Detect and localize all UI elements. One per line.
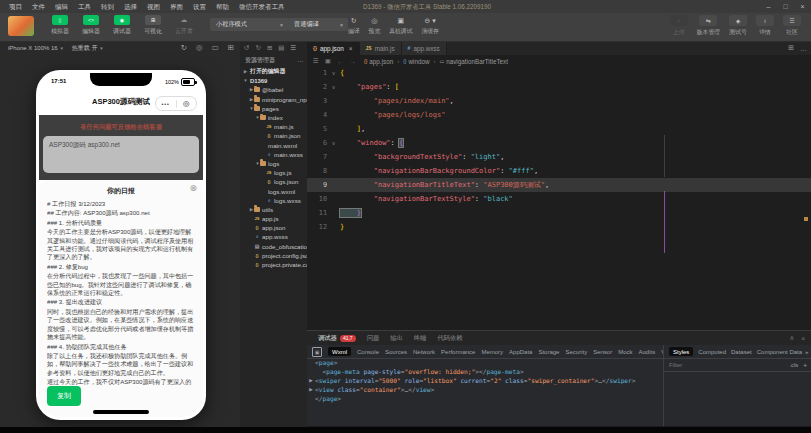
screenshot-icon[interactable]: ◎ — [196, 41, 203, 55]
menu-icon[interactable]: ☰ — [291, 42, 297, 54]
arrow-right-icon[interactable]: → — [349, 58, 356, 65]
action-详情[interactable]: i详情 — [756, 15, 774, 37]
styles-tab-Dataset[interactable]: Dataset — [731, 349, 752, 355]
git-branch-icon[interactable]: ⊞ — [267, 42, 272, 54]
menu-item-2[interactable]: 编辑 — [50, 0, 73, 13]
more-dots-icon[interactable]: ••• — [156, 101, 176, 107]
more-tabs-icon[interactable]: » — [805, 349, 808, 355]
menu-item-0[interactable]: 项目 — [4, 0, 27, 13]
outline-icon[interactable]: ☰ — [313, 57, 319, 65]
user-avatar[interactable] — [8, 16, 34, 36]
devtools-tab-Mock[interactable]: Mock — [618, 349, 632, 355]
action-清缓存[interactable]: ⊖ ▾清缓存 — [421, 16, 438, 36]
tab-main.js[interactable]: JSmain.js — [360, 41, 402, 55]
more-actions-icon[interactable]: ⋯ — [297, 57, 303, 64]
toggle-模拟器[interactable]: ▯模拟器 — [48, 15, 72, 36]
action-社区[interactable]: ☰社区 — [783, 15, 801, 37]
devtools-tab-Storage[interactable]: Storage — [538, 349, 559, 355]
toggle-编辑器[interactable]: <>编辑器 — [79, 15, 103, 36]
multi-window-icon[interactable]: ⊞ — [228, 41, 234, 55]
menu-item-5[interactable]: 选择 — [119, 0, 142, 13]
devtools-tab-Audits[interactable]: Audits — [639, 349, 656, 355]
refresh-icon[interactable]: ↻ — [181, 41, 187, 55]
menu-item-4[interactable]: 转到 — [96, 0, 119, 13]
tree-item-app.wxss[interactable]: #app.wxss — [240, 232, 307, 241]
crumb-navigationBarTitleText[interactable]: ▭navigationBarTitleText — [439, 58, 507, 65]
mode-select[interactable]: 小程序模式 ▼ — [210, 18, 288, 31]
crumb-app.json[interactable]: {}app.json› — [364, 58, 403, 65]
tree-item-project.private.config.js…[interactable]: {}project.private.config.js… — [240, 260, 307, 269]
panel-tab-问题[interactable]: 问题 — [367, 334, 380, 343]
tab-app.json[interactable]: {}app.json× — [307, 41, 360, 55]
tree-item-utils[interactable]: ▶utils — [240, 205, 307, 214]
inspect-element-icon[interactable]: ▣ — [312, 347, 322, 357]
panel-tab-终端[interactable]: 终端 — [414, 334, 427, 343]
hot-reload-select[interactable]: 热重载 开 ▼ — [72, 44, 104, 53]
styles-tab-Component Data[interactable]: Component Data — [757, 349, 802, 355]
new-rule-icon[interactable]: + — [803, 362, 807, 369]
tree-item-logs.js[interactable]: JSlogs.js — [240, 168, 307, 177]
menu-item-10[interactable]: 微信开发者工具 — [234, 0, 290, 13]
code-area[interactable]: 1∨{2∨ "pages": [3 "pages/index/main",4 "… — [307, 66, 811, 234]
devtools-tab-Performance[interactable]: Performance — [441, 349, 475, 355]
menu-item-8[interactable]: 设置 — [188, 0, 211, 13]
menu-item-7[interactable]: 界面 — [165, 0, 188, 13]
toggle-云开发[interactable]: ☁云开发 — [172, 15, 196, 36]
menu-item-3[interactable]: 工具 — [73, 0, 96, 13]
tree-item-app.json[interactable]: {}app.json — [240, 223, 307, 232]
chevron-up-icon[interactable]: ∧ — [789, 334, 794, 342]
tab-app.wxss[interactable]: #app.wxss — [402, 41, 447, 55]
wxml-line-3[interactable]: ▶<swiper interval="5000" role="listbox" … — [307, 376, 663, 385]
more-actions-icon[interactable]: … — [800, 45, 807, 52]
cls-toggle[interactable]: .cls — [790, 362, 799, 368]
action-预览[interactable]: ◎预览 — [369, 16, 381, 36]
devtools-tab-Wxml[interactable]: Wxml — [328, 347, 351, 356]
wxml-line-2[interactable]: <page-meta page-style="overflow: hidden;… — [307, 367, 663, 376]
close-button[interactable]: × — [794, 0, 811, 13]
arrow-left-icon[interactable]: ← — [337, 58, 344, 65]
expand-arrow-icon[interactable]: ▶ — [307, 387, 315, 392]
exit-target-icon[interactable]: ◎ — [177, 97, 197, 110]
crumb-window[interactable]: {}window› — [403, 58, 439, 65]
tree-item-logs.json[interactable]: {}logs.json — [240, 177, 307, 186]
panel-tab-代码依赖[interactable]: 代码依赖 — [437, 334, 462, 343]
styles-tab-Styles[interactable]: Styles — [669, 347, 693, 356]
tree-item-打开的编辑器[interactable]: ▶打开的编辑器 — [240, 67, 307, 76]
toggle-可视化[interactable]: ⊞可视化 — [141, 15, 165, 36]
toggle-调试器[interactable]: ◉调试器 — [110, 15, 134, 36]
close-icon[interactable]: × — [801, 335, 805, 342]
action-测试号[interactable]: ◈测试号 — [729, 15, 747, 37]
devtools-tab-Network[interactable]: Network — [413, 349, 435, 355]
menu-item-6[interactable]: 视图 — [142, 0, 165, 13]
action-真机调试[interactable]: ▣真机调试 — [389, 16, 412, 36]
devtools-tab-AppData[interactable]: AppData — [509, 349, 532, 355]
close-icon[interactable]: ⊗ — [189, 183, 197, 193]
styles-tab-Computed[interactable]: Computed — [698, 349, 726, 355]
minimize-button[interactable]: – — [760, 0, 777, 13]
wxml-line-4[interactable]: ▶<view class="container">…</view> — [307, 385, 663, 394]
devtools-tab-Memory[interactable]: Memory — [481, 349, 503, 355]
devtools-tab-Console[interactable]: Console — [357, 349, 379, 355]
panel-tab-调试器[interactable]: 调试器41,7 — [318, 334, 356, 343]
action-版本管理[interactable]: ⇆版本管理 — [697, 15, 720, 37]
filter-input[interactable]: Filter — [669, 362, 682, 368]
input-card[interactable]: ASP300源码 asp300.net — [43, 136, 199, 173]
copy-button[interactable]: 复制 — [47, 386, 81, 406]
device-select[interactable]: iPhone X 100% 16 ▼ — [8, 45, 64, 51]
maximize-button[interactable]: □ — [777, 0, 794, 13]
split-editor-icon[interactable]: ⊞ — [788, 44, 794, 52]
tree-item-code_obfuscation_conf…[interactable]: ▤code_obfuscation_conf… — [240, 242, 307, 251]
close-icon[interactable]: × — [349, 45, 353, 52]
wxml-tree[interactable]: <page> <page-meta page-style="overflow: … — [307, 358, 663, 426]
compile-mode-select[interactable]: 普通编译 ▼ — [288, 18, 348, 31]
action-编译[interactable]: ↻编译 — [348, 16, 360, 36]
menu-item-1[interactable]: 文件 — [27, 0, 50, 13]
panel-tab-输出[interactable]: 输出 — [390, 334, 403, 343]
menu-item-9[interactable]: 帮助 — [211, 0, 234, 13]
tree-item-app.js[interactable]: JSapp.js — [240, 214, 307, 223]
devtools-tab-Security[interactable]: Security — [565, 349, 587, 355]
layout-icon[interactable]: ▤ — [278, 42, 284, 54]
devtools-tab-Sources[interactable]: Sources — [385, 349, 407, 355]
redo-icon[interactable]: ↻ — [255, 42, 260, 54]
tree-item-D1369[interactable]: ▼D1369 — [240, 76, 307, 85]
